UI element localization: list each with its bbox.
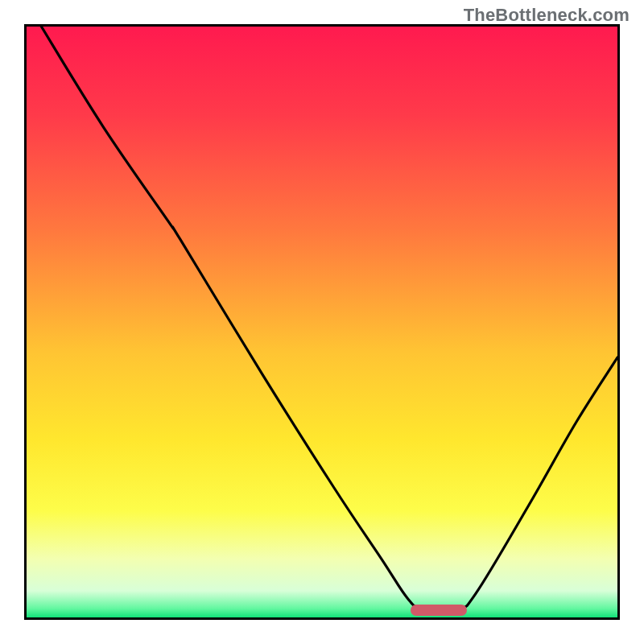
watermark-text: TheBottleneck.com [464, 5, 630, 26]
optimal-range-marker [411, 605, 467, 616]
chart-plot [27, 27, 617, 617]
chart-frame [24, 24, 620, 620]
chart-background-gradient [27, 27, 617, 617]
